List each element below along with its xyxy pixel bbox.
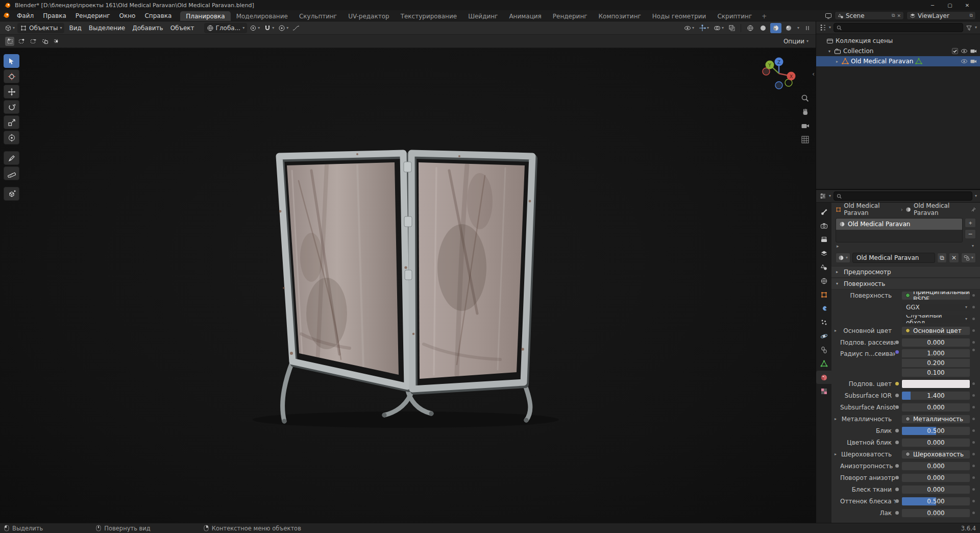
editor-type-dropdown[interactable]: ▾: [3, 23, 16, 33]
breadcrumb-object[interactable]: Old Medical Paravan: [844, 203, 898, 216]
decorator-dot[interactable]: [970, 476, 977, 479]
blender-menu-button[interactable]: [0, 10, 12, 20]
properties-tab-tool[interactable]: [816, 205, 831, 219]
properties-tab-material[interactable]: [816, 371, 831, 384]
outliner-row[interactable]: ▾ Collection: [816, 46, 980, 56]
tool-rotate[interactable]: [4, 100, 19, 114]
tool-options-dropdown[interactable]: Опции ▾: [783, 38, 811, 45]
topbar-menu[interactable]: Файл: [12, 10, 38, 21]
decorator-dot[interactable]: [970, 306, 977, 308]
select-mode-invert-button[interactable]: [40, 37, 50, 46]
disclosure-arrow[interactable]: ▾: [827, 49, 832, 54]
decorator-dot[interactable]: [970, 453, 977, 455]
outliner-editor-icon[interactable]: [819, 24, 826, 31]
number-field[interactable]: 0.000: [901, 338, 970, 347]
slider-field[interactable]: 0.500: [901, 497, 970, 506]
filter-funnel-icon[interactable]: [966, 25, 972, 31]
viewlayer-selector[interactable]: ViewLayer ⧉: [906, 11, 976, 20]
topbar-menu[interactable]: Справка: [140, 10, 176, 21]
transform-orientation-dropdown[interactable]: Глоба... ▾: [204, 23, 248, 33]
proportional-editing-toggle[interactable]: ▾: [277, 23, 290, 33]
tool-move[interactable]: [4, 85, 19, 99]
viewport-menu[interactable]: Добавить: [129, 25, 166, 32]
decorator-dot[interactable]: [970, 318, 977, 320]
falloff-curve-icon[interactable]: [291, 23, 301, 33]
workspace-tab[interactable]: Текстурирование: [395, 11, 462, 21]
expander-icon[interactable]: ▸: [837, 244, 839, 249]
panel-preview[interactable]: ▸ Предпросмотр: [831, 266, 980, 278]
decorator-dot[interactable]: [970, 349, 977, 351]
workspace-tab[interactable]: Планировка: [180, 11, 230, 21]
select-mode-subtract-button[interactable]: [29, 37, 38, 46]
minimize-button[interactable]: ─: [924, 3, 941, 8]
dropdown-field[interactable]: GGX▾: [901, 303, 970, 312]
add-slot-button[interactable]: ＋: [965, 218, 976, 228]
properties-tab-data[interactable]: [816, 357, 831, 370]
slider-field[interactable]: 0.500: [901, 426, 970, 435]
navigation-gizmo[interactable]: Z X Y: [760, 54, 798, 93]
duplicate-material-button[interactable]: ⧉: [937, 253, 947, 263]
number-field[interactable]: 1.000: [901, 349, 970, 358]
checkbox-icon[interactable]: [951, 47, 959, 55]
material-nodes-button[interactable]: ▾: [961, 253, 976, 263]
tool-measure[interactable]: [4, 166, 19, 180]
properties-editor-icon[interactable]: [819, 192, 826, 200]
dropdown-field[interactable]: Случайный обход▾: [901, 314, 970, 324]
material-name-field[interactable]: Old Medical Paravan: [852, 253, 935, 263]
xray-toggle[interactable]: [727, 23, 737, 33]
sidebar-collapse-arrow[interactable]: ‹: [812, 70, 815, 78]
3d-viewport[interactable]: Z X Y ‹: [0, 48, 816, 523]
outliner-row[interactable]: Коллекция сцены: [816, 36, 980, 46]
tool-scale[interactable]: [4, 115, 19, 129]
number-field[interactable]: 0.000: [901, 485, 970, 494]
properties-tab-object[interactable]: [816, 288, 831, 301]
tool-cursor[interactable]: [4, 69, 19, 83]
eye-icon[interactable]: [961, 58, 968, 65]
expander-icon[interactable]: ▸: [835, 452, 840, 456]
panel-surface[interactable]: ▾ Поверхность: [831, 278, 980, 289]
shading-wireframe-button[interactable]: [745, 23, 756, 33]
close-button[interactable]: ✕: [959, 3, 976, 8]
decorator-dot[interactable]: [970, 512, 977, 514]
properties-tab-view-layer[interactable]: [816, 247, 831, 260]
camera-icon[interactable]: [970, 47, 977, 55]
number-field[interactable]: 0.000: [901, 403, 970, 412]
decorator-dot[interactable]: [970, 500, 977, 502]
maximize-button[interactable]: ▢: [941, 3, 959, 8]
overlays-dropdown[interactable]: ▾: [712, 23, 725, 33]
scene-selector[interactable]: Scene ⧉ ✕: [835, 11, 904, 20]
breadcrumb-material[interactable]: Old Medical Paravan: [914, 203, 968, 216]
remove-slot-button[interactable]: −: [965, 229, 976, 239]
color-field[interactable]: [901, 379, 970, 389]
number-field[interactable]: 0.000: [901, 462, 970, 471]
decorator-dot[interactable]: [970, 465, 977, 467]
tool-transform[interactable]: [4, 131, 19, 144]
object-type-visibility-dropdown[interactable]: ▾: [682, 23, 696, 33]
outliner-search-input[interactable]: [844, 25, 960, 31]
snapping-dropdown[interactable]: ▾: [262, 23, 276, 33]
linked-input-button[interactable]: Основной цвет: [901, 326, 970, 335]
select-mode-extend-button[interactable]: [17, 37, 26, 46]
material-slot-list[interactable]: Old Medical Paravan: [836, 218, 963, 243]
workspace-tab[interactable]: Моделирование: [231, 11, 293, 21]
topbar-menu[interactable]: Правка: [38, 10, 71, 21]
pan-hand-icon[interactable]: [801, 108, 810, 116]
new-viewlayer-icon[interactable]: ⧉: [970, 13, 973, 18]
number-field[interactable]: 0.200: [901, 358, 970, 368]
properties-tab-scene[interactable]: [816, 260, 831, 274]
tool-add-cube[interactable]: [4, 187, 19, 201]
expander-icon[interactable]: ▸: [835, 417, 840, 421]
topbar-menu[interactable]: Окно: [115, 10, 140, 21]
ortho-grid-icon[interactable]: [801, 135, 810, 144]
tool-select-box[interactable]: [4, 54, 19, 68]
properties-tab-particles[interactable]: [816, 316, 831, 329]
unlink-scene-icon[interactable]: ✕: [897, 13, 901, 18]
workspace-tab[interactable]: UV-редактор: [342, 11, 395, 21]
shading-rendered-button[interactable]: [783, 23, 794, 33]
material-slot-row[interactable]: Old Medical Paravan: [836, 219, 962, 230]
decorator-dot[interactable]: [970, 429, 977, 432]
unlink-material-button[interactable]: ✕: [949, 253, 959, 263]
tool-annotate[interactable]: [4, 151, 19, 165]
workspace-tab[interactable]: Композитинг: [593, 11, 647, 21]
select-mode-intersect-button[interactable]: [52, 37, 61, 46]
